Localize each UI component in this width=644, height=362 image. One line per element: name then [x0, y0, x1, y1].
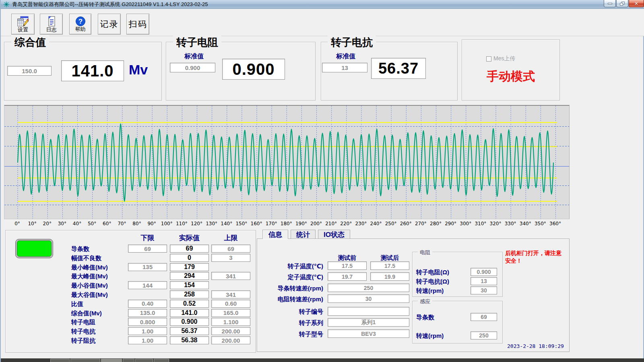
results-row-label: 比值: [71, 300, 83, 308]
results-value-actual: 56.38: [181, 337, 197, 344]
tab-statistics[interactable]: 统计: [291, 230, 316, 239]
results-value-actual: 69: [186, 245, 193, 252]
grp-bar-count-value: 69: [481, 314, 487, 320]
stator-temp-before-value: 19.7: [342, 274, 353, 280]
rotor-model-label: 转子型号: [257, 331, 323, 338]
scan-button[interactable]: 扫码: [126, 14, 149, 35]
grp-resistance-speed-label: 转速(rpm): [416, 287, 444, 295]
x-tick-label: 150°: [234, 221, 249, 226]
col-header-after-test: 测试后: [370, 254, 409, 262]
log-button[interactable]: 日志: [40, 14, 63, 35]
tab-io-status-label: IO状态: [324, 230, 345, 239]
x-tick-label: 10°: [25, 221, 40, 226]
log-icon: [47, 16, 56, 27]
results-cell-low: 1.00: [128, 327, 167, 335]
x-tick-label: 310°: [473, 221, 488, 226]
results-value-low: 1.00: [142, 337, 153, 344]
status-lamp: [15, 239, 53, 258]
results-row-label: 最大谷值(Mv): [71, 291, 108, 299]
x-tick-label: 330°: [503, 221, 518, 226]
x-tick-label: 260°: [398, 221, 413, 226]
title-bar: 青岛艾普智能仪器有限公司--压铸转子测试系统 G202211049 V1.1.4…: [1, 0, 644, 9]
grp-induction-speed-label: 转速(rpm): [416, 332, 444, 340]
results-value-low: 135: [142, 263, 153, 270]
results-row-label: 综合值(Mv): [71, 310, 102, 317]
record-button[interactable]: 记录: [98, 14, 121, 35]
resistance-value: 0.900: [232, 60, 275, 78]
settings-button[interactable]: 设置: [11, 14, 35, 35]
restore-button[interactable]: [616, 0, 628, 7]
results-value-low: 1.00: [142, 328, 153, 335]
grp-rotor-resistance-field: 0.900: [471, 268, 497, 276]
x-tick-label: 200°: [309, 221, 324, 226]
bar-speed-diff-label: 导条转速差(rpm): [257, 285, 323, 292]
rotor-model-value: BEV3: [361, 331, 376, 337]
results-value-high: 200.00: [222, 337, 240, 344]
status-lamp-light: [17, 241, 52, 257]
composite-standard-field: 150.0: [7, 66, 52, 76]
x-tick-label: 130°: [204, 221, 219, 226]
results-value-low: 69: [144, 245, 151, 252]
results-value-low: 0.40: [142, 300, 153, 307]
grp-resistance-speed-value: 30: [481, 287, 487, 294]
results-row-label: 转子阻抗: [71, 337, 95, 345]
composite-unit: Mv: [129, 62, 148, 78]
tab-io-status[interactable]: IO状态: [318, 230, 350, 239]
settings-icon: [17, 16, 29, 27]
rotor-temp-before-value: 17.5: [342, 263, 353, 269]
scan-button-label: 扫码: [129, 19, 147, 29]
x-tick-label: 290°: [443, 221, 458, 226]
composite-standard-value: 150.0: [22, 68, 37, 74]
reactance-standard-label: 标准值: [328, 52, 364, 61]
minimize-button[interactable]: [604, 0, 616, 7]
results-row-label: 幅值不良数: [71, 255, 101, 262]
results-cell-actual: 154: [170, 281, 209, 289]
results-value-low: 0.800: [140, 319, 155, 325]
results-value-high: 1.100: [223, 319, 239, 325]
x-tick-label: 170°: [264, 221, 279, 226]
results-row-label: 转子电阻: [71, 319, 95, 326]
results-cell-high: 200.00: [211, 327, 250, 335]
background-window-edge: [1, 358, 644, 362]
results-value-actual: 258: [184, 291, 195, 298]
x-tick-label: 270°: [413, 221, 428, 226]
results-value-actual: 179: [184, 263, 195, 271]
rotor-id-label: 转子编号: [257, 308, 323, 316]
svg-text:?: ?: [78, 18, 82, 25]
help-button[interactable]: ? 帮助: [69, 14, 91, 35]
results-value-low: 135.0: [140, 309, 155, 316]
composite-panel-title: 综合值: [11, 35, 49, 49]
resistance-speed-diff-label: 电阻转速差(rpm): [257, 296, 323, 303]
grp-rotor-reactance-label: 转子电抗(Ω): [416, 278, 449, 286]
x-tick-label: 220°: [339, 221, 354, 226]
grp-bar-count-label: 导条数: [416, 314, 434, 321]
stator-temp-after-field: 19.9: [370, 272, 409, 281]
record-button-label: 记录: [100, 19, 119, 29]
tab-info-label: 信息: [268, 230, 282, 239]
log-button-label: 日志: [46, 27, 57, 33]
results-row-label: 最小峰值(Mv): [71, 264, 108, 272]
results-cell-actual: 0: [170, 254, 209, 262]
x-tick-label: 30°: [54, 221, 70, 226]
results-cell-low: 144: [128, 281, 167, 289]
minimize-icon: [608, 3, 612, 4]
rotor-id-input[interactable]: [328, 307, 409, 316]
window-title: 青岛艾普智能仪器有限公司--压铸转子测试系统 G202211049 V1.1.4…: [12, 1, 208, 8]
x-tick-label: 40°: [70, 221, 85, 226]
x-tick-label: 340°: [518, 221, 533, 226]
reactance-standard-field: 13: [322, 63, 367, 72]
induction-group-title: 感应: [418, 298, 432, 305]
bar-speed-diff-value: 250: [364, 285, 373, 291]
settings-button-label: 设置: [18, 27, 28, 33]
x-tick-label: 80°: [129, 221, 144, 226]
grp-rotor-reactance-field: 13: [471, 277, 497, 285]
mes-upload-checkbox[interactable]: [486, 56, 491, 62]
help-button-label: 帮助: [75, 27, 86, 32]
resistance-standard-value: 0.900: [185, 64, 200, 71]
x-tick-label: 50°: [85, 221, 100, 226]
results-value-low: 144: [142, 282, 153, 289]
results-value-actual: 0.52: [183, 300, 196, 307]
results-cell-actual: 141.0: [170, 309, 209, 317]
close-button[interactable]: ✕: [629, 0, 644, 7]
tab-info[interactable]: 信息: [262, 230, 288, 239]
